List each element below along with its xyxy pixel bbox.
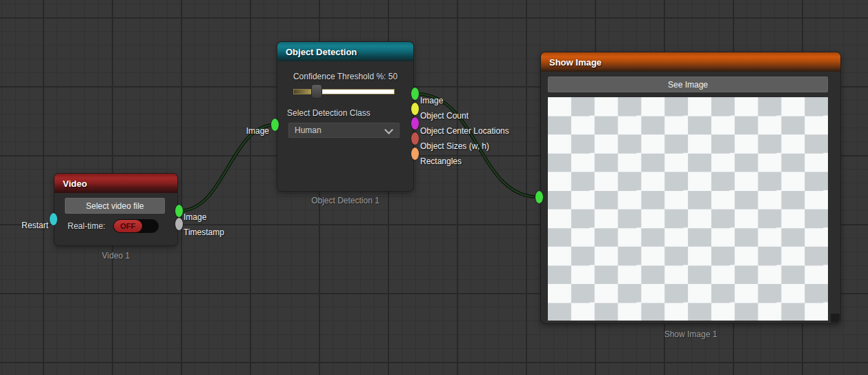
node-video[interactable]: Video Select video file Real-time: OFF <box>54 173 178 246</box>
detection-class-select[interactable]: Human <box>288 123 400 138</box>
confidence-threshold-label: Confidence Threshold %: 50 <box>277 72 413 81</box>
port-video-image-output[interactable] <box>175 205 183 217</box>
port-label-video-timestamp: Timestamp <box>184 227 224 237</box>
node-show-image-caption: Show Image 1 <box>540 330 841 339</box>
node-object-detection-header[interactable]: Object Detection <box>277 42 413 61</box>
port-label-detection-center-locations: Object Center Locations <box>420 126 509 136</box>
confidence-slider-track[interactable] <box>293 89 395 94</box>
port-video-timestamp-output[interactable] <box>175 218 183 230</box>
detection-class-label: Select Detection Class <box>287 108 371 118</box>
confidence-slider[interactable] <box>293 86 395 97</box>
port-label-detection-object-sizes: Object Sizes (w, h) <box>420 141 489 151</box>
node-object-detection-caption: Object Detection 1 <box>277 196 414 205</box>
node-resize-handle[interactable] <box>831 314 840 323</box>
realtime-row: Real-time: OFF <box>68 219 159 233</box>
node-editor-canvas: Video Select video file Real-time: OFF V… <box>0 0 868 375</box>
port-label-detection-image-output: Image <box>420 96 443 105</box>
wire-video-to-detection[interactable] <box>179 125 275 211</box>
node-object-detection[interactable]: Object Detection Confidence Threshold %:… <box>277 41 414 192</box>
port-detection-rectangles-output[interactable] <box>411 148 419 160</box>
detection-class-selected-value: Human <box>295 125 322 135</box>
port-label-detection-image-input: Image <box>238 126 269 136</box>
realtime-toggle[interactable]: OFF <box>113 219 159 233</box>
port-detection-image-output[interactable] <box>411 88 419 100</box>
node-show-image-title: Show Image <box>549 57 602 68</box>
node-show-image[interactable]: Show Image See Image <box>540 52 841 324</box>
chevron-down-icon <box>384 125 393 134</box>
confidence-slider-handle[interactable] <box>311 84 322 99</box>
confidence-threshold-value: 50 <box>388 72 397 81</box>
port-label-detection-object-count: Object Count <box>420 111 468 121</box>
node-show-image-header[interactable]: Show Image <box>541 52 840 72</box>
realtime-toggle-state: OFF <box>120 222 135 230</box>
image-preview-placeholder <box>548 97 828 321</box>
port-video-restart-input[interactable] <box>50 213 57 225</box>
port-detection-object-sizes-output[interactable] <box>411 132 419 145</box>
node-video-header[interactable]: Video <box>55 174 177 193</box>
node-video-caption: Video 1 <box>54 251 178 261</box>
port-label-detection-rectangles: Rectangles <box>420 156 462 166</box>
realtime-label: Real-time: <box>68 221 106 231</box>
port-show-image-input[interactable] <box>535 191 543 203</box>
port-detection-object-count-output[interactable] <box>411 103 419 115</box>
realtime-toggle-knob: OFF <box>114 220 142 232</box>
select-video-file-button[interactable]: Select video file <box>65 198 165 214</box>
see-image-button[interactable]: See Image <box>548 77 828 92</box>
port-label-video-image: Image <box>184 212 206 222</box>
node-video-title: Video <box>63 179 87 189</box>
port-label-video-restart: Restart <box>15 221 48 230</box>
node-object-detection-title: Object Detection <box>286 47 357 57</box>
port-detection-center-locations-output[interactable] <box>411 117 419 130</box>
port-detection-image-input[interactable] <box>271 119 279 131</box>
